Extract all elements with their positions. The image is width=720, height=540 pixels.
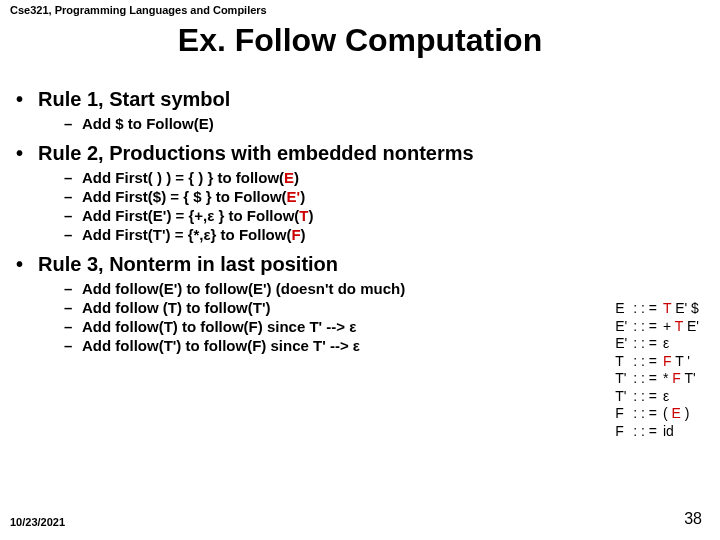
- course-header: Cse321, Programming Languages and Compil…: [10, 4, 267, 16]
- rule2-item-text: Add First( ) ) = { ) } to follow(E): [82, 169, 299, 186]
- rule3-item-text: Add follow(T') to follow(F) since T' -->…: [82, 337, 360, 354]
- bullet-dash-icon: –: [64, 318, 82, 335]
- bullet-dash-icon: –: [64, 169, 82, 186]
- bullet-dot-icon: •: [16, 142, 38, 165]
- rule3-item: – Add follow(T') to follow(F) since T' -…: [64, 337, 706, 354]
- rule1-heading: • Rule 1, Start symbol: [16, 88, 706, 111]
- grammar-row: E': : =+ T E': [612, 318, 702, 336]
- grammar-row: E': : =ε: [612, 335, 702, 353]
- rule3-item: – Add follow (T) to follow(T'): [64, 299, 706, 316]
- bullet-dash-icon: –: [64, 115, 82, 132]
- rule3-item-text: Add follow (T) to follow(T'): [82, 299, 271, 316]
- rule3-item-text: Add follow(E') to follow(E') (doesn't do…: [82, 280, 405, 297]
- bullet-dash-icon: –: [64, 337, 82, 354]
- rule2-title: Rule 2, Productions with embedded nonter…: [38, 142, 474, 165]
- footer-date: 10/23/2021: [10, 516, 65, 528]
- bullet-dash-icon: –: [64, 188, 82, 205]
- bullet-dash-icon: –: [64, 299, 82, 316]
- grammar-table: E: : =T E' $ E': : =+ T E' E': : =ε T: :…: [612, 300, 702, 440]
- bullet-dot-icon: •: [16, 88, 38, 111]
- bullet-dash-icon: –: [64, 207, 82, 224]
- rule3-item: – Add follow(T) to follow(F) since T' --…: [64, 318, 706, 335]
- bullet-dash-icon: –: [64, 226, 82, 243]
- footer-page-number: 38: [684, 510, 702, 528]
- slide-title: Ex. Follow Computation: [0, 22, 720, 59]
- grammar-row: T': : =* F T': [612, 370, 702, 388]
- grammar-row: T': : =ε: [612, 388, 702, 406]
- rule3-item-text: Add follow(T) to follow(F) since T' --> …: [82, 318, 356, 335]
- grammar-row: F: : =( E ): [612, 405, 702, 423]
- rule2-item-text: Add First(T') = {*,ε} to Follow(F): [82, 226, 306, 243]
- rule2-item: – Add First(T') = {*,ε} to Follow(F): [64, 226, 706, 243]
- rule1-item-text: Add $ to Follow(E): [82, 115, 214, 132]
- rule1-item: – Add $ to Follow(E): [64, 115, 706, 132]
- rule3-item: – Add follow(E') to follow(E') (doesn't …: [64, 280, 706, 297]
- rule1-title: Rule 1, Start symbol: [38, 88, 230, 111]
- bullet-dot-icon: •: [16, 253, 38, 276]
- rule2-item-text: Add First(E') = {+,ε } to Follow(T): [82, 207, 314, 224]
- rule2-item: – Add First(E') = {+,ε } to Follow(T): [64, 207, 706, 224]
- rule3-heading: • Rule 3, Nonterm in last position: [16, 253, 706, 276]
- bullet-dash-icon: –: [64, 280, 82, 297]
- grammar-row: E: : =T E' $: [612, 300, 702, 318]
- rule2-item: – Add First( ) ) = { ) } to follow(E): [64, 169, 706, 186]
- grammar-row: F: : =id: [612, 423, 702, 441]
- rule3-title: Rule 3, Nonterm in last position: [38, 253, 338, 276]
- rule2-heading: • Rule 2, Productions with embedded nont…: [16, 142, 706, 165]
- rule2-item-text: Add First($) = { $ } to Follow(E'): [82, 188, 305, 205]
- slide-content: • Rule 1, Start symbol – Add $ to Follow…: [16, 78, 706, 356]
- grammar-row: T: : =F T ': [612, 353, 702, 371]
- rule2-item: – Add First($) = { $ } to Follow(E'): [64, 188, 706, 205]
